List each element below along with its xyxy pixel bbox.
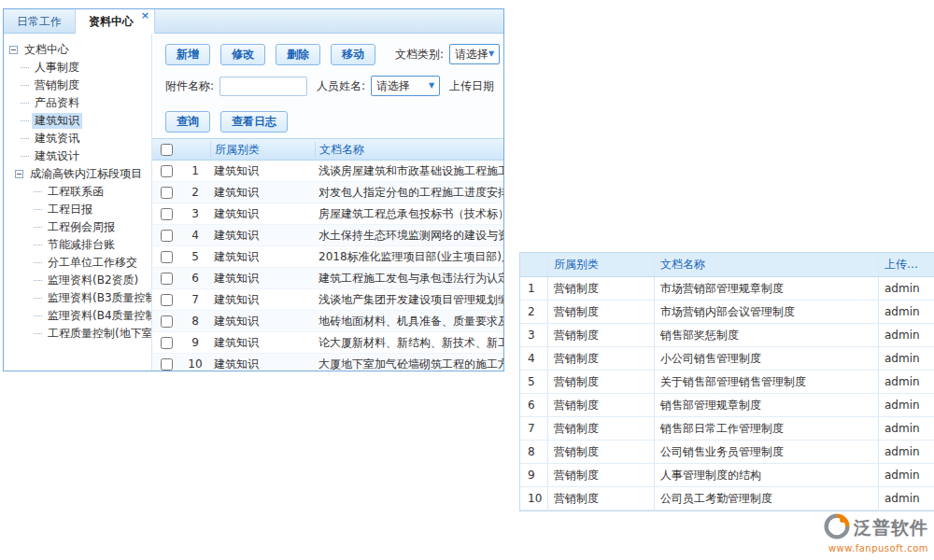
- col-category: 所属别类: [210, 142, 315, 158]
- result-table-header: 所属别类 文档名称 上传…: [520, 253, 934, 277]
- row-checkbox[interactable]: [161, 315, 173, 328]
- tree-root-project[interactable]: 成渝高铁内江标段项目: [4, 165, 151, 183]
- row-checkbox[interactable]: [161, 337, 173, 349]
- action-row: 查询 查看日志: [165, 110, 503, 133]
- tree-item[interactable]: 节能减排台账: [4, 236, 151, 254]
- table-row[interactable]: 5 营销制度 关于销售部管理销售管理制度 admin: [520, 371, 934, 394]
- table-row[interactable]: 3 建筑知识 房屋建筑工程总承包投标书（技术标）…: [152, 203, 503, 225]
- tree-line-icon: [21, 103, 29, 104]
- tree-line-icon: [21, 156, 29, 157]
- tab-data-center-label: 资料中心: [89, 15, 134, 28]
- row-checkbox[interactable]: [161, 294, 173, 306]
- table-row[interactable]: 9 建筑知识 论大厦新材料、新结构、新技术、新工…: [152, 332, 503, 354]
- table-row[interactable]: 1 营销制度 市场营销部管理规章制度 admin: [520, 277, 934, 301]
- toolbar: 新增 修改 删除 移动 文档类别: 请选择 ▼ 文: [165, 43, 503, 65]
- doc-category-select[interactable]: 请选择 ▼: [449, 44, 500, 64]
- table-row[interactable]: 4 建筑知识 水土保持生态环境监测网络的建设与资…: [152, 225, 503, 246]
- tree-line-icon: [34, 209, 42, 210]
- table-row[interactable]: 6 建筑知识 建筑工程施工发包与承包违法行为认定…: [152, 268, 503, 289]
- edit-button[interactable]: 修改: [220, 44, 265, 65]
- tree-item[interactable]: 监理资料(B4质量控制): [4, 307, 151, 325]
- chevron-down-icon: ▼: [488, 50, 494, 58]
- upload-date-label: 上传日期: [449, 78, 494, 94]
- document-table: 所属别类 文档名称 1 建筑知识 浅谈房屋建筑和市政基础设施工程施工… 2 建筑…: [152, 138, 503, 371]
- tab-bar: 日常工作 资料中心 ×: [4, 9, 503, 34]
- select-all-checkbox[interactable]: [161, 144, 173, 156]
- table-row[interactable]: 8 建筑知识 地砖地面材料、机具准备、质量要求及…: [152, 311, 503, 332]
- tree-line-icon: [34, 333, 42, 334]
- collapse-icon[interactable]: [15, 170, 23, 178]
- person-select-value: 请选择: [376, 78, 410, 94]
- row-checkbox[interactable]: [161, 187, 173, 199]
- brand-url: www.fanpusoft.com: [788, 543, 928, 553]
- table-row[interactable]: 7 建筑知识 浅谈地产集团开发建设项目管理规划编…: [152, 289, 503, 311]
- chevron-down-icon: ▼: [429, 82, 434, 90]
- tree-item[interactable]: 监理资料(B3质量控制): [4, 289, 151, 307]
- table-row[interactable]: 2 营销制度 市场营销内部会议管理制度 admin: [520, 301, 934, 324]
- tree-line-icon: [21, 67, 29, 68]
- table-row[interactable]: 1 建筑知识 浅谈房屋建筑和市政基础设施工程施工…: [152, 161, 503, 182]
- tree-item[interactable]: 建筑设计: [4, 147, 151, 165]
- tree-item[interactable]: 工程质量控制(地下室): [4, 325, 151, 343]
- result-table: 所属别类 文档名称 上传… 1 营销制度 市场营销部管理规章制度 admin 2…: [519, 252, 934, 511]
- person-select[interactable]: 请选择 ▼: [371, 76, 440, 96]
- move-button[interactable]: 移动: [331, 44, 375, 65]
- attachment-name-label: 附件名称:: [165, 78, 214, 94]
- tree-line-icon: [34, 298, 42, 299]
- tree-item[interactable]: 产品资料: [4, 94, 151, 112]
- tree-item[interactable]: 工程日报: [4, 201, 151, 218]
- table-row[interactable]: 8 营销制度 公司销售业务员管理制度 admin: [520, 441, 934, 464]
- tree-line-icon: [21, 85, 29, 86]
- tree-root-document-center[interactable]: 文档中心: [4, 41, 151, 59]
- tree-line-icon: [34, 315, 42, 316]
- table-row[interactable]: 9 营销制度 人事管理制度的结构 admin: [520, 464, 934, 487]
- tree-item[interactable]: 分工单位工作移交: [4, 254, 151, 272]
- tree-item[interactable]: 工程例会周报: [4, 218, 151, 236]
- tab-daily-work[interactable]: 日常工作: [4, 9, 76, 34]
- tree-item-selected[interactable]: 建筑知识: [4, 112, 151, 130]
- tree-line-icon: [34, 245, 42, 245]
- table-row[interactable]: 3 营销制度 销售部奖惩制度 admin: [520, 324, 934, 347]
- table-row[interactable]: 6 营销制度 销售部管理规章制度 admin: [520, 394, 934, 417]
- tree-item[interactable]: 人事制度: [4, 59, 151, 77]
- table-row[interactable]: 10 营销制度 公司员工考勤管理制度 admin: [520, 487, 934, 511]
- row-checkbox[interactable]: [161, 230, 173, 242]
- row-checkbox[interactable]: [161, 208, 173, 220]
- add-button[interactable]: 新增: [165, 44, 210, 65]
- collapse-icon[interactable]: [9, 46, 18, 54]
- attachment-name-input[interactable]: [219, 77, 307, 96]
- brand-logo: 泛普软件 www.fanpusoft.com: [788, 513, 928, 553]
- col-uploader: 上传…: [879, 253, 934, 276]
- person-name-label: 人员姓名:: [317, 78, 365, 94]
- tree-line-icon: [21, 120, 29, 121]
- tree-item[interactable]: 监理资料(B2资质): [4, 272, 151, 289]
- tree-line-icon: [21, 138, 29, 139]
- query-button[interactable]: 查询: [165, 111, 210, 133]
- col-category: 所属别类: [548, 253, 655, 276]
- table-row[interactable]: 10 建筑知识 大厦地下室加气砼墙砌筑工程的施工方…: [152, 354, 503, 371]
- delete-button[interactable]: 删除: [276, 44, 320, 65]
- tree-line-icon: [34, 191, 42, 192]
- tree-item[interactable]: 工程联系函: [4, 183, 151, 201]
- row-checkbox[interactable]: [161, 251, 173, 263]
- document-center-window: 日常工作 资料中心 × 文档中心 人事制度 营销制度 产品资料 建筑知识 建筑资…: [3, 8, 504, 371]
- tree-item[interactable]: 营销制度: [4, 77, 151, 94]
- table-row[interactable]: 2 建筑知识 对发包人指定分包的工程施工进度安排…: [152, 182, 503, 203]
- document-list-pane: 新增 修改 删除 移动 文档类别: 请选择 ▼ 文 附件名称: 人员姓名: 请选…: [152, 34, 503, 371]
- row-checkbox[interactable]: [161, 358, 173, 371]
- tree-item[interactable]: 建筑资讯: [4, 130, 151, 147]
- table-row[interactable]: 5 建筑知识 2018标准化监理项目部(业主项目部)人员…: [152, 246, 503, 268]
- brand-name: 泛普软件: [854, 516, 928, 540]
- doc-category-value: 请选择: [455, 47, 488, 63]
- document-table-header: 所属别类 文档名称: [152, 139, 503, 161]
- col-doc-name: 文档名称: [655, 253, 879, 276]
- tab-data-center[interactable]: 资料中心 ×: [76, 9, 155, 34]
- view-log-button[interactable]: 查看日志: [220, 111, 288, 133]
- doc-category-label: 文档类别:: [395, 47, 444, 63]
- table-row[interactable]: 4 营销制度 小公司销售管理制度 admin: [520, 347, 934, 371]
- row-checkbox[interactable]: [161, 165, 173, 177]
- brand-swirl-icon: [824, 513, 850, 542]
- close-icon[interactable]: ×: [141, 10, 149, 21]
- table-row[interactable]: 7 营销制度 销售部日常工作管理制度 admin: [520, 417, 934, 441]
- row-checkbox[interactable]: [161, 273, 173, 285]
